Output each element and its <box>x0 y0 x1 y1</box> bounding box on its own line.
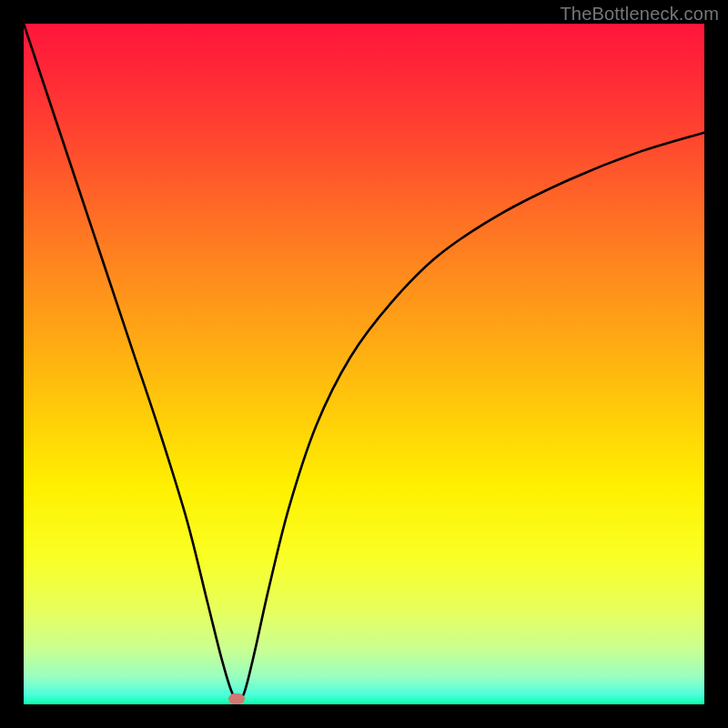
plot-area <box>24 24 704 704</box>
minimum-marker <box>228 693 245 704</box>
chart-frame: TheBottleneck.com <box>0 0 728 728</box>
watermark-text: TheBottleneck.com <box>560 4 719 25</box>
bottleneck-curve <box>24 24 704 704</box>
